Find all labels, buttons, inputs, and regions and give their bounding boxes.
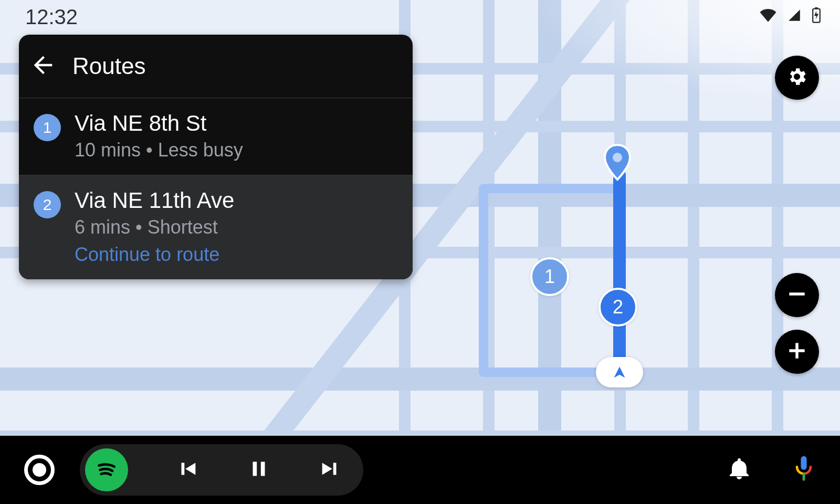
continue-route-link[interactable]: Continue to route [75,244,234,266]
route-badge-number: 1 [43,119,52,136]
map-route-marker-1[interactable]: 1 [530,257,569,296]
wifi-icon [759,8,777,22]
zoom-in-button[interactable] [775,330,819,374]
battery-charging-icon [812,7,821,23]
mic-icon [792,475,816,484]
route-item-2[interactable]: 2 Via NE 11th Ave 6 mins • Shortest Cont… [19,175,413,279]
launcher-button[interactable] [24,455,55,485]
arrow-left-icon [29,51,57,79]
map-route-marker-2[interactable]: 2 [598,288,637,327]
assistant-button[interactable] [792,455,816,485]
status-icons [759,7,821,23]
cellular-icon [786,8,802,22]
notifications-button[interactable] [727,456,752,484]
zoom-out-button[interactable] [775,273,819,317]
minus-icon [785,282,808,308]
spotify-icon [93,456,120,484]
routes-panel: Routes 1 Via NE 8th St 10 mins • Less bu… [19,35,413,279]
previous-track-button[interactable] [175,457,200,483]
map-marker-label: 1 [544,266,555,288]
gear-icon [786,66,808,90]
route-badge: 2 [34,191,61,218]
skip-next-icon [318,457,342,483]
status-time: 12:32 [25,5,78,29]
map-marker-label: 2 [613,296,623,318]
route-item-1[interactable]: 1 Via NE 8th St 10 mins • Less busy [19,98,413,175]
settings-button[interactable] [775,56,819,100]
svg-point-0 [613,153,622,162]
media-chip [80,444,363,496]
route-name: Via NE 11th Ave [75,188,234,213]
route-meta: 10 mins • Less busy [75,139,243,161]
svg-rect-6 [801,456,806,470]
svg-rect-3 [789,292,804,296]
pause-icon [247,457,271,483]
bell-icon [727,474,752,483]
plus-icon [785,339,808,364]
back-button[interactable] [29,51,57,81]
route-badge: 1 [34,114,61,141]
route-badge-number: 2 [43,196,52,214]
next-track-button[interactable] [318,457,342,483]
svg-rect-5 [795,343,799,358]
pause-button[interactable] [247,457,271,483]
current-location-icon [596,357,643,387]
svg-rect-2 [815,7,817,9]
panel-title: Routes [72,53,145,79]
panel-header: Routes [19,35,413,98]
bottom-nav-bar [0,436,840,504]
spotify-button[interactable] [85,448,128,491]
skip-previous-icon [175,457,200,483]
destination-pin-icon [603,144,632,173]
route-name: Via NE 8th St [75,111,243,136]
route-meta: 6 mins • Shortest [75,216,234,238]
